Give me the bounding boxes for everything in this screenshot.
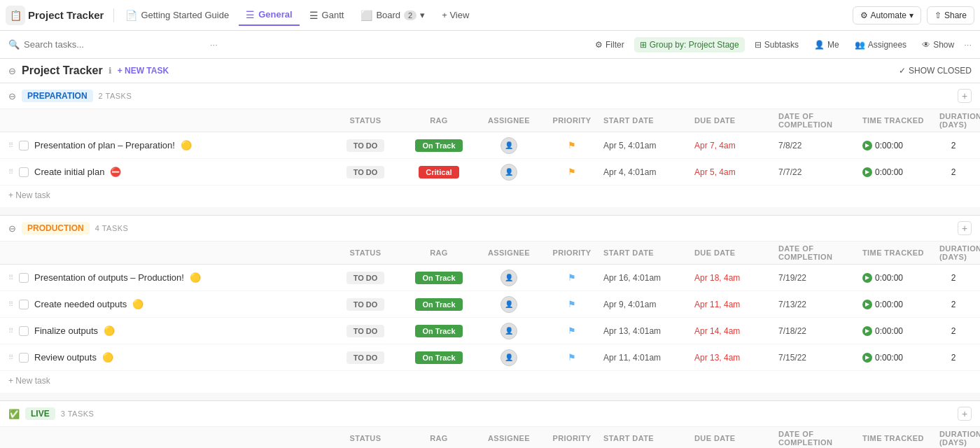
task-checkbox[interactable] [19,300,29,309]
status-cell[interactable]: TO DO [330,352,400,363]
preparation-chevron-icon[interactable]: ⊖ [8,91,16,102]
tab-getting-started[interactable]: 📄 Getting Started Guide [118,6,236,25]
priority-cell[interactable]: ⚑ [540,272,603,283]
flag-icon: ⚑ [568,352,576,363]
avatar: 👤 [500,164,517,181]
rag-cell[interactable]: Critical [400,167,477,177]
me-btn[interactable]: 👤 Me [808,37,845,52]
automate-label: Automate [871,10,906,20]
duration-cell: 2 [939,353,967,363]
status-cell[interactable]: TO DO [330,140,400,150]
priority-cell[interactable]: ⚑ [540,326,603,336]
task-emoji: 🟡 [190,272,201,283]
tab-board[interactable]: ⬜ Board 2 ▾ [354,6,432,25]
assignee-cell[interactable]: 👤 [477,296,540,313]
share-btn[interactable]: ⇧ Share [927,6,974,24]
status-cell[interactable]: TO DO [330,272,400,283]
tab-gantt[interactable]: ☰ Gantt [302,6,351,25]
new-task-link[interactable]: + New task [8,190,50,200]
preparation-add-col-btn[interactable]: + [958,89,972,103]
toolbar-more-icon[interactable]: ··· [964,39,972,50]
filter-btn[interactable]: ⚙ Filter [589,37,630,52]
status-cell[interactable]: TO DO [330,167,400,177]
gantt-icon: ☰ [309,10,318,21]
new-task-btn[interactable]: + NEW TASK [118,66,169,76]
rag-cell[interactable]: On Track [400,352,477,363]
nav-divider [113,8,114,22]
subtasks-btn[interactable]: ⊟ Subtasks [749,37,804,52]
avatar: 👤 [500,323,517,340]
show-btn[interactable]: 👁 Show [916,37,960,52]
priority-cell[interactable]: ⚑ [540,140,603,150]
new-task-link[interactable]: + New task [8,376,50,386]
group-by-btn[interactable]: ⊞ Group by: Project Stage [634,37,745,52]
automate-icon: ⚙ [860,10,868,20]
page-chevron-icon[interactable]: ⊖ [8,66,16,76]
col-due-date: DUE DATE [694,116,778,125]
assignees-btn[interactable]: 👥 Assignees [849,37,912,52]
duration-cell: 2 [939,167,967,177]
priority-cell[interactable]: ⚑ [540,167,603,177]
search-input[interactable] [24,39,150,50]
add-view-btn[interactable]: + View [435,6,476,24]
tab-general[interactable]: ☰ General [239,5,299,26]
rag-cell[interactable]: On Track [400,326,477,336]
nav-right: ⚙ Automate ▾ ⇧ Share [853,6,974,24]
col-assignee: ASSIGNEE [477,434,540,442]
time-dot: ▶ [862,326,872,336]
production-chevron-icon[interactable]: ⊖ [8,223,16,234]
time-value: 0:00:00 [875,141,903,150]
task-checkbox[interactable] [19,167,29,177]
production-add-col-btn[interactable]: + [958,221,972,235]
start-date-cell: Apr 13, 4:01am [603,326,694,336]
status-badge: TO DO [346,139,385,152]
task-checkbox[interactable] [19,326,29,336]
drag-handle-icon: ⠿ [8,168,13,176]
completion-cell: 7/15/22 [778,353,862,363]
toolbar: 🔍 ··· ⚙ Filter ⊞ Group by: Project Stage… [0,31,980,59]
start-date-cell: Apr 11, 4:01am [603,353,694,363]
rag-cell[interactable]: On Track [400,140,477,150]
col-priority: PRIORITY [540,434,603,442]
col-status: STATUS [330,116,400,125]
live-chevron-icon[interactable]: ✅ [8,409,20,419]
avatar: 👤 [500,296,517,313]
board-chevron-icon: ▾ [420,10,425,20]
assignee-cell[interactable]: 👤 [477,349,540,366]
assignee-cell[interactable]: 👤 [477,270,540,286]
task-checkbox[interactable] [19,141,29,150]
priority-cell[interactable]: ⚑ [540,352,603,363]
live-add-col-btn[interactable]: + [958,407,972,421]
rag-cell[interactable]: On Track [400,299,477,309]
task-name: Review outputs [34,352,97,363]
info-icon[interactable]: ℹ [108,66,112,76]
automate-btn[interactable]: ⚙ Automate ▾ [853,6,921,24]
assignee-cell[interactable]: 👤 [477,164,540,181]
table-row: ⠿ Create needed outputs 🟡 TO DO On Track… [0,291,980,318]
col-priority: PRIORITY [540,248,603,257]
status-cell[interactable]: TO DO [330,299,400,309]
assignees-label: Assignees [868,40,906,50]
task-checkbox[interactable] [19,353,29,363]
col-rag: RAG [400,248,477,257]
table-row: ⠿ Create initial plan ⛔ TO DO Critical 👤… [0,159,980,186]
rag-cell[interactable]: On Track [400,272,477,283]
search-box[interactable]: 🔍 [8,39,204,50]
task-name: Finalize outputs [34,326,98,336]
priority-cell[interactable]: ⚑ [540,299,603,309]
status-badge: TO DO [346,298,385,311]
toolbar-dots-icon[interactable]: ··· [210,39,218,50]
task-name-cell: ⠿ Create needed outputs 🟡 [8,299,330,309]
status-cell[interactable]: TO DO [330,326,400,336]
share-label: Share [944,10,967,20]
show-closed-btn[interactable]: ✓ SHOW CLOSED [899,66,972,76]
assignee-cell[interactable]: 👤 [477,137,540,154]
section-production: ⊖ PRODUCTION 4 TASKS + STATUS RAG ASSIGN… [0,216,980,393]
task-name: Presentation of outputs – Production! [34,272,184,283]
page-title: Project Tracker [22,64,103,77]
task-checkbox[interactable] [19,273,29,283]
assignee-cell[interactable]: 👤 [477,323,540,340]
task-emoji: 🟡 [132,299,144,309]
col-completion: DATE OF COMPLETION [778,244,862,261]
flag-icon: ⚑ [568,140,576,150]
